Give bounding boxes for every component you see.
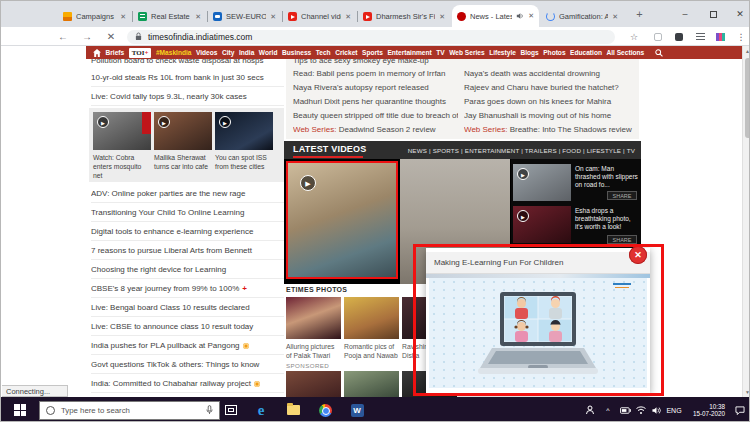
chrome-button[interactable] xyxy=(311,397,339,422)
headline-link[interactable]: Transitioning Your Child To Online Learn… xyxy=(91,203,284,222)
battery-tray-icon[interactable] xyxy=(617,397,633,422)
tab-dharmesh[interactable]: Dharmesh Sir's Fir ✕ xyxy=(358,6,450,27)
headline-partial[interactable]: Pollution board to check waste disposal … xyxy=(91,59,284,67)
headline-partial[interactable]: Tips to ace sexy smokey eye make-up xyxy=(293,59,453,66)
extension-icon-colorful[interactable] xyxy=(713,30,727,43)
scroll-down-icon[interactable]: ▼ xyxy=(744,389,750,395)
play-icon[interactable]: ▶ xyxy=(219,116,231,128)
play-icon[interactable]: ▶ xyxy=(158,116,170,128)
action-center-button[interactable] xyxy=(731,397,749,422)
headline-link[interactable]: Choosing the right device for Learning xyxy=(91,260,284,279)
video-caption[interactable]: Mallika Sherawat turns car into cafe xyxy=(154,153,212,171)
language-indicator[interactable]: ENG xyxy=(663,397,685,422)
stop-loading-button[interactable]: ✕ xyxy=(103,29,119,44)
headline-link[interactable]: Live: Covid tally tops 9.3L, nearly 30k … xyxy=(91,87,284,106)
forward-button[interactable]: → xyxy=(79,29,95,44)
tab-channel-videos[interactable]: Channel videos - Y ✕ xyxy=(283,6,356,27)
task-view-button[interactable] xyxy=(217,397,245,422)
tab-audio-speaker-icon[interactable] xyxy=(516,12,524,20)
tab-close-icon[interactable]: ✕ xyxy=(195,13,201,21)
nav-photos[interactable]: Photos xyxy=(543,49,565,56)
tab-close-icon[interactable]: ✕ xyxy=(439,13,445,21)
headline-link[interactable]: Jay Bhanushali is moving out of his home xyxy=(464,109,634,122)
headline-link[interactable]: Paras goes down on his knees for Mahira xyxy=(464,95,634,108)
taskbar-search-box[interactable]: Type here to search xyxy=(39,401,220,420)
headline-link[interactable]: Live: Bengal board Class 10 results decl… xyxy=(91,298,284,317)
new-tab-button[interactable]: + xyxy=(633,8,646,21)
nav-web-series[interactable]: Web Series xyxy=(449,49,484,56)
sponsored-thumbnail[interactable] xyxy=(344,371,399,397)
headline-link[interactable]: 10-yr-old steals Rs 10L from bank in jus… xyxy=(91,68,284,87)
headline-link[interactable]: Govt questions TikTok & others: Things t… xyxy=(91,355,284,374)
address-bar[interactable]: timesofindia.indiatimes.com xyxy=(127,30,615,44)
video-thumbnail[interactable]: ▶ xyxy=(154,112,212,150)
headline-link[interactable]: ADV: Online poker parties are the new ra… xyxy=(91,184,284,203)
nav-city[interactable]: City xyxy=(222,49,234,56)
headline-link[interactable]: Web Series: Breathe: Into The Shadows re… xyxy=(464,123,634,136)
tab-real-estate[interactable]: Real Estate - Repo ✕ xyxy=(133,6,206,27)
back-button[interactable]: ← xyxy=(55,29,71,44)
playlist-video-title[interactable]: Esha drops a breathtaking photo, it's wo… xyxy=(575,207,639,231)
tab-gamification[interactable]: Gamification: A gu ✕ xyxy=(541,6,623,27)
tab-close-icon[interactable]: ✕ xyxy=(345,13,351,21)
video-caption[interactable]: You can spot ISS from these cities xyxy=(215,153,273,171)
clock[interactable]: 10:3815-07-2020 xyxy=(687,397,731,422)
headline-link[interactable]: Madhuri Dixit pens her quarantine though… xyxy=(293,95,458,108)
nav-education[interactable]: Education xyxy=(570,49,602,56)
headline-link[interactable]: CBSE's 8 year journey from 99% to 100%+ xyxy=(91,279,284,298)
people-tray-button[interactable] xyxy=(581,397,599,422)
playlist-extension-icon[interactable] xyxy=(693,30,707,43)
nav-tv[interactable]: TV xyxy=(436,49,444,56)
video-thumbnail[interactable]: ▶ xyxy=(93,112,151,150)
nav-sports[interactable]: Sports xyxy=(362,49,383,56)
nav-maskindia[interactable]: #MaskIndia xyxy=(156,49,192,56)
file-explorer-button[interactable] xyxy=(279,397,307,422)
nav-business[interactable]: Business xyxy=(282,49,311,56)
headline-link[interactable]: Rajeev and Charu have buried the hatchet… xyxy=(464,81,634,94)
word-button[interactable]: W xyxy=(343,397,371,422)
tab-close-icon[interactable]: ✕ xyxy=(120,13,126,21)
tab-news-active[interactable]: News - Latest ✕ xyxy=(452,5,539,27)
show-hidden-icons-button[interactable]: ^ xyxy=(601,397,615,422)
selected-video-thumbnail[interactable]: ▶ xyxy=(286,161,398,279)
microphone-icon[interactable] xyxy=(206,405,213,415)
nav-blogs[interactable]: Blogs xyxy=(520,49,538,56)
playlist-video-thumbnail[interactable]: ▶ xyxy=(513,164,571,201)
scroll-up-icon[interactable]: ▲ xyxy=(744,48,750,54)
nav-entertainment[interactable]: Entertainment xyxy=(387,49,431,56)
video-card[interactable]: ▶ You can spot ISS from these cities xyxy=(215,112,273,171)
play-icon[interactable]: ▶ xyxy=(517,168,529,180)
tab-close-icon[interactable]: ✕ xyxy=(270,13,276,21)
playlist-video-thumbnail[interactable]: ▶ xyxy=(513,206,571,243)
nav-videos[interactable]: Videos xyxy=(196,49,218,56)
photo-thumbnail[interactable] xyxy=(286,297,341,339)
headline-link[interactable]: India: Committed to Chabahar railway pro… xyxy=(91,374,284,393)
volume-tray-icon[interactable] xyxy=(649,397,663,422)
play-icon[interactable]: ▶ xyxy=(97,116,109,128)
nav-tech[interactable]: Tech xyxy=(316,49,331,56)
headline-link[interactable]: Read: Babil pens poem in memory of Irrfa… xyxy=(293,67,458,80)
nav-cricket[interactable]: Cricket xyxy=(335,49,357,56)
video-card[interactable]: ▶ Watch: Cobra enters mosquito net xyxy=(93,112,151,180)
headline-link[interactable]: Live: CBSE to announce class 10 result t… xyxy=(91,317,284,336)
wifi-tray-icon[interactable] xyxy=(634,397,648,422)
tab-close-icon[interactable]: ✕ xyxy=(528,12,534,20)
close-window-button[interactable]: ✕ xyxy=(728,1,750,27)
minimize-button[interactable]: – xyxy=(673,1,697,27)
nav-india[interactable]: India xyxy=(239,49,254,56)
headline-link[interactable]: Naya's death was accidental drowning xyxy=(464,67,634,80)
play-icon[interactable]: ▶ xyxy=(300,175,316,191)
nav-world[interactable]: World xyxy=(259,49,278,56)
share-button[interactable]: SHARE xyxy=(607,191,637,200)
playlist-video-title[interactable]: On cam: Man thrashed with slippers on ro… xyxy=(575,165,639,189)
headline-link[interactable]: Web Series: Deadwind Season 2 review xyxy=(293,123,458,136)
sponsored-thumbnail[interactable] xyxy=(286,371,341,397)
home-icon[interactable] xyxy=(93,49,101,57)
photo-thumbnail[interactable] xyxy=(344,297,399,339)
video-card[interactable]: ▶ Mallika Sherawat turns car into cafe xyxy=(154,112,212,171)
nav-lifestyle[interactable]: Lifestyle xyxy=(489,49,516,56)
headline-link[interactable]: Naya Rivera's autopsy report released xyxy=(293,81,458,94)
menu-kebab-icon[interactable]: ⋮ xyxy=(734,30,748,43)
video-caption[interactable]: Watch: Cobra enters mosquito net xyxy=(93,153,151,180)
page-scrollbar[interactable]: ▲ ▼ xyxy=(742,46,750,397)
